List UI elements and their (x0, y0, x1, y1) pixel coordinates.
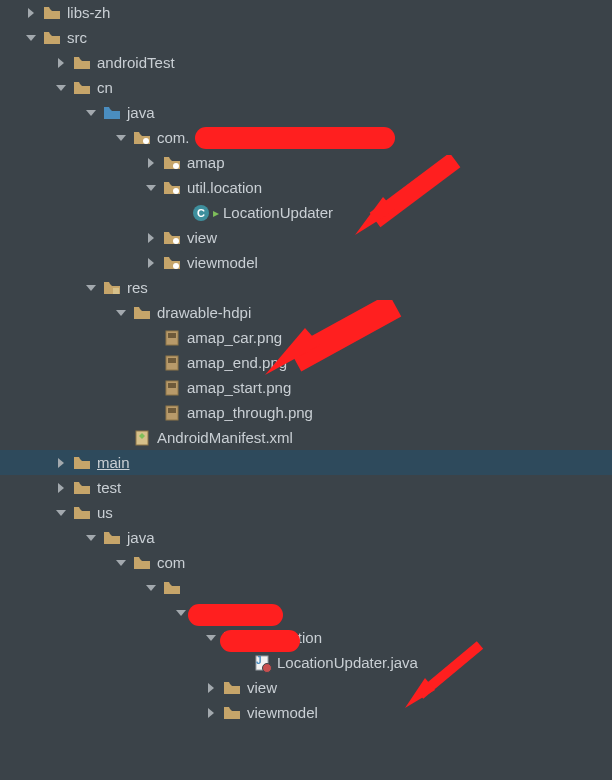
tree-item-locationupdater-class[interactable]: C ▸ LocationUpdater (0, 200, 612, 225)
chevron-right-icon[interactable] (25, 7, 37, 19)
tree-item-amap[interactable]: amap (0, 150, 612, 175)
tree-item-cn[interactable]: cn (0, 75, 612, 100)
source-folder-icon (103, 104, 121, 122)
runnable-icon: ▸ (213, 206, 219, 220)
folder-icon (73, 54, 91, 72)
package-icon (163, 154, 181, 172)
svg-rect-9 (168, 358, 176, 363)
svg-point-2 (173, 188, 179, 194)
tree-label: test (97, 479, 121, 496)
tree-item-main[interactable]: main (0, 450, 612, 475)
tree-item-com-cn[interactable]: com. (0, 125, 612, 150)
tree-label: amap_end.png (187, 354, 287, 371)
tree-item-locationupdater-java[interactable]: J LocationUpdater.java (0, 650, 612, 675)
image-file-icon (163, 329, 181, 347)
chevron-down-icon[interactable] (85, 532, 97, 544)
tree-item-amap-car[interactable]: amap_car.png (0, 325, 612, 350)
manifest-file-icon (133, 429, 151, 447)
tree-item-us[interactable]: us (0, 500, 612, 525)
tree-label: com (157, 554, 185, 571)
tree-label: amap (187, 154, 225, 171)
tree-item-util-location-us[interactable]: util.location (0, 625, 612, 650)
tree-label: com. (157, 129, 190, 146)
chevron-down-icon[interactable] (145, 182, 157, 194)
chevron-right-icon[interactable] (145, 232, 157, 244)
tree-label: viewmodel (187, 254, 258, 271)
chevron-down-icon[interactable] (115, 307, 127, 319)
svg-point-0 (143, 138, 149, 144)
package-icon (163, 179, 181, 197)
svg-rect-7 (168, 333, 176, 338)
chevron-down-icon[interactable] (115, 557, 127, 569)
chevron-right-icon[interactable] (55, 57, 67, 69)
chevron-right-icon[interactable] (145, 157, 157, 169)
chevron-down-icon[interactable] (175, 607, 187, 619)
tree-item-viewmodel-us[interactable]: viewmodel (0, 700, 612, 725)
svg-point-3 (173, 238, 179, 244)
tree-item-test[interactable]: test (0, 475, 612, 500)
chevron-right-icon[interactable] (55, 482, 67, 494)
image-file-icon (163, 379, 181, 397)
chevron-down-icon[interactable] (55, 507, 67, 519)
chevron-down-icon[interactable] (145, 582, 157, 594)
tree-label: java (127, 104, 155, 121)
folder-icon (223, 629, 241, 647)
svg-point-4 (173, 263, 179, 269)
tree-item-java-us[interactable]: java (0, 525, 612, 550)
tree-label: amap_car.png (187, 329, 282, 346)
tree-label: LocationUpdater (223, 204, 333, 221)
chevron-down-icon[interactable] (55, 82, 67, 94)
tree-label: util.location (247, 629, 322, 646)
svg-rect-11 (168, 383, 176, 388)
chevron-down-icon[interactable] (205, 632, 217, 644)
folder-icon (163, 579, 181, 597)
tree-item-src[interactable]: src (0, 25, 612, 50)
tree-label: util.location (187, 179, 262, 196)
folder-icon (43, 4, 61, 22)
tree-item-amap-start[interactable]: amap_start.png (0, 375, 612, 400)
tree-item-amap-through[interactable]: amap_through.png (0, 400, 612, 425)
folder-icon (133, 554, 151, 572)
tree-label: view (187, 229, 217, 246)
tree-label: res (127, 279, 148, 296)
chevron-right-icon[interactable] (55, 457, 67, 469)
tree-item-redacted-1[interactable] (0, 575, 612, 600)
chevron-down-icon[interactable] (25, 32, 37, 44)
tree-item-drawable-hdpi[interactable]: drawable-hdpi (0, 300, 612, 325)
folder-icon (43, 29, 61, 47)
tree-item-manifest[interactable]: AndroidManifest.xml (0, 425, 612, 450)
tree-label: libs-zh (67, 4, 110, 21)
chevron-right-icon[interactable] (145, 257, 157, 269)
chevron-down-icon[interactable] (85, 107, 97, 119)
tree-item-redacted-2[interactable] (0, 600, 612, 625)
image-file-icon (163, 354, 181, 372)
folder-icon (223, 704, 241, 722)
tree-label: LocationUpdater.java (277, 654, 418, 671)
package-icon (163, 229, 181, 247)
folder-icon (73, 454, 91, 472)
chevron-right-icon[interactable] (205, 707, 217, 719)
tree-label: view (247, 679, 277, 696)
svg-rect-5 (113, 288, 119, 294)
tree-item-libs-zh[interactable]: libs-zh (0, 0, 612, 25)
resource-folder-icon (103, 279, 121, 297)
tree-item-com-us[interactable]: com (0, 550, 612, 575)
class-icon: C (193, 205, 209, 221)
project-tree: libs-zh src androidTest cn java com. ama… (0, 0, 612, 780)
tree-item-amap-end[interactable]: amap_end.png (0, 350, 612, 375)
chevron-down-icon[interactable] (115, 132, 127, 144)
tree-item-view-cn[interactable]: view (0, 225, 612, 250)
tree-label: viewmodel (247, 704, 318, 721)
tree-label: src (67, 29, 87, 46)
chevron-right-icon[interactable] (205, 682, 217, 694)
tree-label: us (97, 504, 113, 521)
tree-item-java-cn[interactable]: java (0, 100, 612, 125)
tree-item-androidtest[interactable]: androidTest (0, 50, 612, 75)
package-icon (163, 254, 181, 272)
tree-item-util-location-cn[interactable]: util.location (0, 175, 612, 200)
tree-label: drawable-hdpi (157, 304, 251, 321)
tree-item-viewmodel-cn[interactable]: viewmodel (0, 250, 612, 275)
chevron-down-icon[interactable] (85, 282, 97, 294)
tree-item-view-us[interactable]: view (0, 675, 612, 700)
tree-item-res[interactable]: res (0, 275, 612, 300)
